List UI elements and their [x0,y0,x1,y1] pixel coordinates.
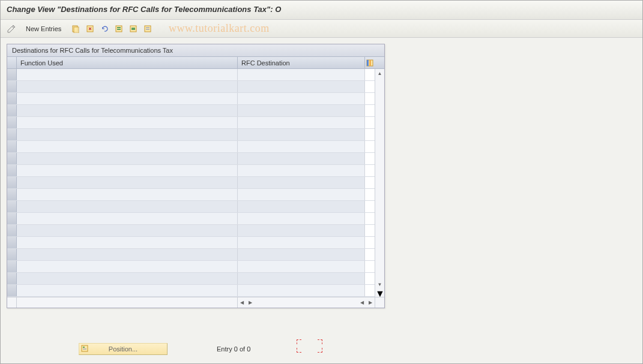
row-selector[interactable] [7,177,17,188]
cell-function-used[interactable] [17,141,238,152]
copy-as-icon[interactable] [70,23,82,35]
row-selector[interactable] [7,249,17,260]
cell-function-used[interactable] [17,129,238,140]
cell-function-used[interactable] [17,213,238,224]
row-selector[interactable] [7,105,17,116]
cell-rfc-destination[interactable] [238,273,365,284]
table-row[interactable] [7,93,375,105]
row-selector[interactable] [7,165,17,176]
row-selector[interactable] [7,81,17,92]
row-selector-header[interactable] [7,57,17,68]
row-selector[interactable] [7,213,17,224]
cell-function-used[interactable] [17,117,238,128]
cell-function-used[interactable] [17,165,238,176]
table-row[interactable] [7,273,375,285]
display-change-icon[interactable] [5,23,17,35]
cell-function-used[interactable] [17,285,238,296]
cell-rfc-destination[interactable] [238,261,365,272]
cell-rfc-destination[interactable] [238,153,365,164]
table-row[interactable] [7,117,375,129]
row-selector[interactable] [7,225,17,236]
cell-function-used[interactable] [17,153,238,164]
row-selector[interactable] [7,93,17,104]
scroll-right-inner-icon[interactable]: ▶ [246,300,255,305]
cell-rfc-destination[interactable] [238,81,365,92]
table-row[interactable] [7,165,375,177]
cell-rfc-destination[interactable] [238,225,365,236]
table-row[interactable] [7,153,375,165]
row-selector[interactable] [7,237,17,248]
cell-rfc-destination[interactable] [238,213,365,224]
cell-rfc-destination[interactable] [238,285,365,296]
row-selector[interactable] [7,129,17,140]
configure-columns-icon[interactable] [365,57,375,68]
cell-rfc-destination[interactable] [238,201,365,212]
select-all-icon[interactable] [113,23,125,35]
table-row[interactable] [7,237,375,249]
table-header-row: Function Used RFC Destination [7,57,384,69]
cell-function-used[interactable] [17,273,238,284]
table-row[interactable] [7,285,375,297]
row-selector[interactable] [7,189,17,200]
row-selector[interactable] [7,69,17,80]
deselect-all-icon[interactable] [142,23,154,35]
cell-function-used[interactable] [17,69,238,80]
table-row[interactable] [7,261,375,273]
cell-function-used[interactable] [17,261,238,272]
delete-icon[interactable] [84,23,96,35]
position-button[interactable]: Position... [79,343,168,355]
cell-rfc-destination[interactable] [238,93,365,104]
row-selector[interactable] [7,261,17,272]
cell-rfc-destination[interactable] [238,141,365,152]
table-row[interactable] [7,189,375,201]
cell-function-used[interactable] [17,105,238,116]
table-row[interactable] [7,177,375,189]
table-row[interactable] [7,201,375,213]
table-row[interactable] [7,213,375,225]
cell-function-used[interactable] [17,201,238,212]
cell-function-used[interactable] [17,189,238,200]
row-selector[interactable] [7,153,17,164]
cell-function-used[interactable] [17,249,238,260]
cell-rfc-destination[interactable] [238,105,365,116]
row-selector[interactable] [7,117,17,128]
horizontal-scrollbar[interactable]: ◀ ▶ ◀ ▶ [238,297,375,308]
scroll-left-end-icon[interactable]: ◀ [358,300,366,305]
scroll-right-end-icon[interactable]: ▶ [366,300,375,305]
cell-rfc-destination[interactable] [238,189,365,200]
row-selector[interactable] [7,141,17,152]
scroll-up-icon[interactable]: ▲ [375,69,384,77]
scroll-down-extra-icon[interactable]: ▼ [375,288,384,297]
table-row[interactable] [7,105,375,117]
table-row[interactable] [7,69,375,81]
cell-function-used[interactable] [17,93,238,104]
new-entries-button[interactable]: New Entries [21,24,66,34]
column-header-rfc-destination[interactable]: RFC Destination [238,57,365,68]
cell-function-used[interactable] [17,225,238,236]
table-row[interactable] [7,129,375,141]
table-row[interactable] [7,141,375,153]
cell-rfc-destination[interactable] [238,237,365,248]
table-row[interactable] [7,249,375,261]
undo-icon[interactable] [98,23,110,35]
cell-function-used[interactable] [17,177,238,188]
column-header-function-used[interactable]: Function Used [17,57,238,68]
row-selector[interactable] [7,201,17,212]
row-selector[interactable] [7,273,17,284]
scroll-left-icon[interactable]: ◀ [238,300,246,305]
cell-rfc-destination[interactable] [238,165,365,176]
vertical-scrollbar[interactable]: ▲ ▼ ▼ [375,69,384,297]
cell-function-used[interactable] [17,81,238,92]
cell-rfc-destination[interactable] [238,69,365,80]
watermark-text: www.tutorialkart.com [169,22,270,35]
cell-rfc-destination[interactable] [238,249,365,260]
cell-rfc-destination[interactable] [238,117,365,128]
select-block-icon[interactable] [127,23,139,35]
scroll-down-icon[interactable]: ▼ [375,280,384,288]
cell-rfc-destination[interactable] [238,129,365,140]
row-selector[interactable] [7,285,17,296]
table-row[interactable] [7,225,375,237]
table-row[interactable] [7,81,375,93]
cell-rfc-destination[interactable] [238,177,365,188]
cell-function-used[interactable] [17,237,238,248]
